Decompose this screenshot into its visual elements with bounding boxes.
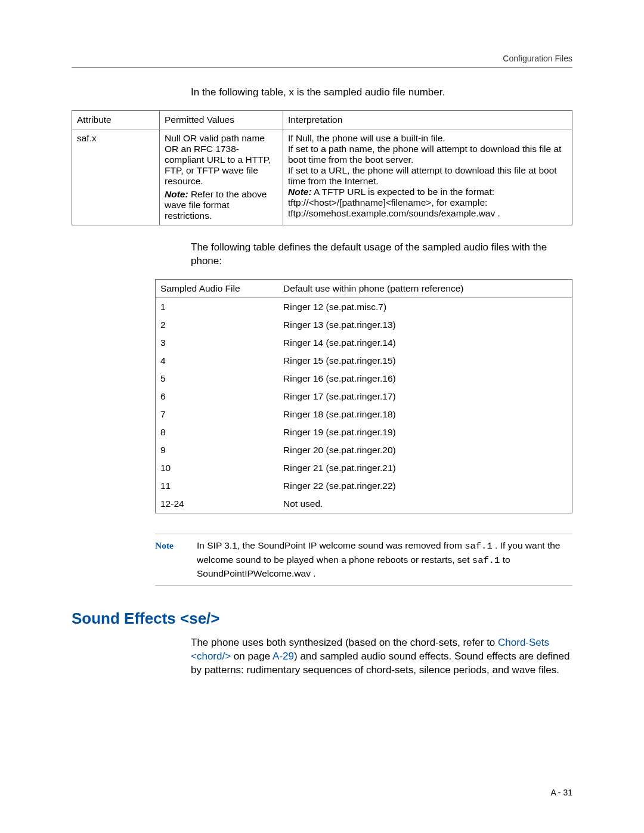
cell-saf-index: 3 <box>156 334 279 352</box>
interp-line: If Null, the phone will use a built-in f… <box>288 133 567 144</box>
cell-saf-index: 11 <box>156 477 279 495</box>
permitted-main: Null OR valid path name OR an RFC 1738-c… <box>165 133 278 187</box>
interp-line: If set to a path name, the phone will at… <box>288 144 567 165</box>
note-prefix: Note: <box>288 187 312 197</box>
interp-note: Note: A TFTP URL is expected to be in th… <box>288 187 567 219</box>
permitted-note: Note: Refer to the above wave file forma… <box>165 189 278 221</box>
para-text: on page <box>231 651 273 662</box>
cell-default-use: Not used. <box>278 495 572 513</box>
note-body: In SIP 3.1, the SoundPoint IP welcome so… <box>197 539 572 580</box>
table-row: 9Ringer 20 (se.pat.ringer.20) <box>156 441 572 459</box>
table-row: 2Ringer 13 (se.pat.ringer.13) <box>156 316 572 334</box>
cell-interpretation: If Null, the phone will use a built-in f… <box>283 129 572 225</box>
table-row: saf.x Null OR valid path name OR an RFC … <box>72 129 572 225</box>
saf-usage-table: Sampled Audio File Default use within ph… <box>155 279 572 513</box>
cell-default-use: Ringer 14 (se.pat.ringer.14) <box>278 334 572 352</box>
table-header-row: Sampled Audio File Default use within ph… <box>156 279 572 298</box>
cell-saf-index: 9 <box>156 441 279 459</box>
cell-default-use: Ringer 16 (se.pat.ringer.16) <box>278 370 572 388</box>
link-page-ref[interactable]: A-29 <box>273 651 294 662</box>
cell-saf-index: 4 <box>156 352 279 370</box>
table-header-row: Attribute Permitted Values Interpretatio… <box>72 110 572 129</box>
cell-default-use: Ringer 12 (se.pat.misc.7) <box>278 298 572 316</box>
note-prefix: Note: <box>165 189 188 199</box>
table-row: 1Ringer 12 (se.pat.misc.7) <box>156 298 572 316</box>
cell-default-use: Ringer 17 (se.pat.ringer.17) <box>278 388 572 405</box>
cell-attribute: saf.x <box>72 129 160 225</box>
para-text: The phone uses both synthesized (based o… <box>191 637 498 648</box>
note-rest: A TFTP URL is expected to be in the form… <box>288 187 500 218</box>
code-literal: saf.1 <box>465 541 493 552</box>
usage-intro-text: The following table defines the default … <box>191 241 572 268</box>
table-row: 7Ringer 18 (se.pat.ringer.18) <box>156 405 572 423</box>
cell-permitted: Null OR valid path name OR an RFC 1738-c… <box>160 129 283 225</box>
note-text: In SIP 3.1, the SoundPoint IP welcome so… <box>197 540 465 550</box>
cell-default-use: Ringer 18 (se.pat.ringer.18) <box>278 405 572 423</box>
cell-saf-index: 7 <box>156 405 279 423</box>
table-row: 6Ringer 17 (se.pat.ringer.17) <box>156 388 572 405</box>
cell-default-use: Ringer 19 (se.pat.ringer.19) <box>278 423 572 441</box>
col-header-saf: Sampled Audio File <box>156 279 279 298</box>
table-row: 5Ringer 16 (se.pat.ringer.16) <box>156 370 572 388</box>
table-row: 8Ringer 19 (se.pat.ringer.19) <box>156 423 572 441</box>
cell-saf-index: 1 <box>156 298 279 316</box>
table-intro-text: In the following table, x is the sampled… <box>191 86 572 100</box>
cell-saf-index: 10 <box>156 459 279 477</box>
interp-line: If set to a URL, the phone will attempt … <box>288 165 567 187</box>
table-row: 3Ringer 14 (se.pat.ringer.14) <box>156 334 572 352</box>
cell-saf-index: 2 <box>156 316 279 334</box>
col-header-permitted: Permitted Values <box>160 110 283 129</box>
note-label: Note <box>155 539 197 580</box>
cell-saf-index: 8 <box>156 423 279 441</box>
cell-default-use: Ringer 21 (se.pat.ringer.21) <box>278 459 572 477</box>
section-heading-sound-effects: Sound Effects <se/> <box>72 609 572 628</box>
table-row: 10Ringer 21 (se.pat.ringer.21) <box>156 459 572 477</box>
section-paragraph: The phone uses both synthesized (based o… <box>191 636 572 677</box>
attribute-table: Attribute Permitted Values Interpretatio… <box>72 110 572 225</box>
table-row: 12-24Not used. <box>156 495 572 513</box>
running-head: Configuration Files <box>72 54 572 63</box>
header-rule <box>72 67 572 68</box>
cell-saf-index: 12-24 <box>156 495 279 513</box>
cell-default-use: Ringer 22 (se.pat.ringer.22) <box>278 477 572 495</box>
table-row: 4Ringer 15 (se.pat.ringer.15) <box>156 352 572 370</box>
col-header-interpretation: Interpretation <box>283 110 572 129</box>
page-number: A - 31 <box>550 788 572 797</box>
col-header-default-use: Default use within phone (pattern refere… <box>278 279 572 298</box>
cell-default-use: Ringer 20 (se.pat.ringer.20) <box>278 441 572 459</box>
page: Configuration Files In the following tab… <box>0 0 644 833</box>
col-header-attribute: Attribute <box>72 110 160 129</box>
cell-default-use: Ringer 13 (se.pat.ringer.13) <box>278 316 572 334</box>
cell-default-use: Ringer 15 (se.pat.ringer.15) <box>278 352 572 370</box>
cell-saf-index: 6 <box>156 388 279 405</box>
cell-saf-index: 5 <box>156 370 279 388</box>
code-literal: saf.1 <box>472 555 500 566</box>
table-row: 11Ringer 22 (se.pat.ringer.22) <box>156 477 572 495</box>
note-block: Note In SIP 3.1, the SoundPoint IP welco… <box>155 534 572 586</box>
